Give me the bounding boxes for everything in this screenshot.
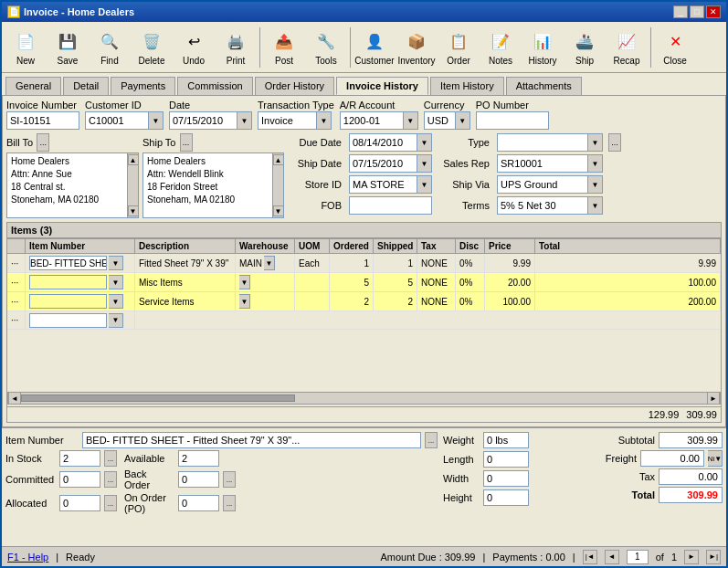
store-id-dropdown[interactable]: ▼: [417, 175, 432, 194]
close-tool-button[interactable]: ✕ Close: [655, 25, 695, 70]
due-date-input[interactable]: [349, 133, 417, 152]
history-button[interactable]: 📊 History: [522, 25, 563, 70]
ship-date-input[interactable]: [349, 154, 417, 173]
recap-button[interactable]: 📈 Recap: [607, 25, 647, 70]
in-stock-input[interactable]: [59, 450, 100, 467]
ship-via-input[interactable]: [497, 175, 588, 194]
row3-item-dropdown[interactable]: ▼: [109, 294, 123, 309]
subtotal-input[interactable]: [659, 432, 723, 448]
table-row[interactable]: ··· ▼ Fitted Sheet 79" X 39" MAIN ▼ Each…: [7, 254, 721, 273]
page-current-input[interactable]: [627, 550, 649, 564]
on-order-btn[interactable]: ...: [223, 495, 236, 511]
ship-date-dropdown[interactable]: ▼: [417, 154, 432, 173]
row1-item-dropdown[interactable]: ▼: [109, 256, 123, 270]
prev-page-btn[interactable]: ◄: [605, 550, 619, 564]
customer-id-input[interactable]: [85, 111, 149, 130]
ship-to-scroll-down[interactable]: ▼: [273, 205, 284, 216]
print-button[interactable]: 🖨️ Print: [216, 25, 256, 70]
terms-input[interactable]: [497, 196, 588, 215]
tax-input[interactable]: [659, 468, 723, 485]
transaction-type-dropdown[interactable]: ▼: [317, 111, 332, 130]
maximize-button[interactable]: □: [690, 5, 704, 18]
currency-dropdown[interactable]: ▼: [456, 111, 470, 130]
in-stock-btn[interactable]: ...: [104, 450, 117, 467]
tab-order-history[interactable]: Order History: [255, 77, 334, 95]
last-page-btn[interactable]: ►|: [706, 550, 721, 564]
h-scroll-right[interactable]: ►: [707, 392, 720, 405]
ship-to-ellipsis[interactable]: ...: [180, 133, 193, 152]
freight-type-dropdown[interactable]: Ni▼: [708, 450, 723, 467]
sales-rep-dropdown[interactable]: ▼: [588, 154, 603, 173]
sales-rep-input[interactable]: [497, 154, 588, 173]
date-dropdown[interactable]: ▼: [237, 111, 252, 130]
length-input[interactable]: [483, 451, 529, 468]
total-input[interactable]: [659, 487, 723, 503]
inventory-button[interactable]: 📦 Inventory: [396, 25, 437, 70]
h-scroll-thumb[interactable]: [21, 394, 295, 402]
first-page-btn[interactable]: |◄: [583, 550, 597, 564]
help-link[interactable]: F1 - Help: [7, 552, 48, 563]
delete-button[interactable]: 🗑️ Delete: [132, 25, 172, 70]
post-button[interactable]: 📤 Post: [264, 25, 304, 70]
bill-to-ellipsis[interactable]: ...: [37, 133, 49, 152]
committed-input[interactable]: [59, 471, 100, 488]
row2-wh-dropdown[interactable]: ▼: [239, 275, 250, 289]
tools-button[interactable]: 🔧 Tools: [306, 25, 346, 70]
ar-account-dropdown[interactable]: ▼: [404, 111, 418, 130]
tab-attachments[interactable]: Attachments: [506, 77, 582, 95]
tab-commission[interactable]: Commission: [177, 77, 253, 95]
currency-input[interactable]: [424, 111, 456, 130]
type-ellipsis[interactable]: ...: [608, 133, 621, 152]
height-input[interactable]: [483, 489, 529, 506]
allocated-input[interactable]: [59, 495, 100, 511]
due-date-dropdown[interactable]: ▼: [417, 133, 432, 152]
customer-id-dropdown[interactable]: ▼: [149, 111, 164, 130]
available-input[interactable]: [178, 450, 219, 467]
find-button[interactable]: 🔍 Find: [90, 25, 130, 70]
new-button[interactable]: 📄 New: [5, 25, 46, 70]
tab-detail[interactable]: Detail: [63, 77, 109, 95]
allocated-btn[interactable]: ...: [104, 495, 117, 511]
save-button[interactable]: 💾 Save: [47, 25, 88, 70]
row2-item-dropdown[interactable]: ▼: [109, 275, 123, 289]
next-page-btn[interactable]: ►: [684, 550, 699, 564]
po-number-input[interactable]: [476, 111, 549, 130]
width-input[interactable]: [483, 470, 529, 487]
items-h-scrollbar[interactable]: ◄ ►: [7, 392, 721, 405]
type-dropdown[interactable]: ▼: [588, 133, 603, 152]
store-id-input[interactable]: [349, 175, 417, 194]
table-row[interactable]: ··· ▼ Misc Items ▼ 5 5 NONE 0%: [7, 273, 721, 292]
undo-button[interactable]: ↩ Undo: [174, 25, 214, 70]
committed-btn[interactable]: ...: [104, 471, 117, 488]
order-button[interactable]: 📋 Order: [438, 25, 479, 70]
invoice-number-input[interactable]: [6, 111, 79, 130]
ship-button[interactable]: 🚢 Ship: [564, 25, 605, 70]
transaction-type-input[interactable]: [258, 111, 317, 130]
row4-item-dropdown[interactable]: ▼: [109, 313, 123, 328]
back-order-btn[interactable]: ...: [223, 471, 236, 488]
ship-via-dropdown[interactable]: ▼: [588, 175, 603, 194]
weight-input[interactable]: [483, 432, 529, 448]
back-order-input[interactable]: [178, 471, 219, 488]
terms-dropdown[interactable]: ▼: [588, 196, 603, 215]
table-row-empty[interactable]: ··· ▼: [7, 311, 721, 330]
tab-invoice-history[interactable]: Invoice History: [336, 77, 428, 95]
date-input[interactable]: [169, 111, 237, 130]
customer-button[interactable]: 👤 Customer: [354, 25, 395, 70]
table-row[interactable]: ··· ▼ Service Items ▼ 2 2 NONE 0: [7, 292, 721, 311]
close-button[interactable]: ✕: [706, 5, 721, 18]
h-scroll-left[interactable]: ◄: [8, 392, 21, 405]
tab-payments[interactable]: Payments: [111, 77, 175, 95]
item-number-bottom-input[interactable]: [82, 432, 421, 448]
tab-item-history[interactable]: Item History: [430, 77, 504, 95]
item-number-ellipsis[interactable]: ...: [425, 432, 438, 448]
tab-general[interactable]: General: [5, 77, 61, 95]
on-order-input[interactable]: [178, 495, 219, 511]
fob-input[interactable]: [349, 196, 432, 215]
row1-wh-dropdown[interactable]: ▼: [264, 256, 275, 270]
notes-button[interactable]: 📝 Notes: [480, 25, 521, 70]
ship-to-scroll-up[interactable]: ▲: [273, 154, 284, 165]
ar-account-input[interactable]: [340, 111, 404, 130]
bill-to-scroll-down[interactable]: ▼: [128, 205, 139, 216]
row3-wh-dropdown[interactable]: ▼: [239, 294, 250, 309]
